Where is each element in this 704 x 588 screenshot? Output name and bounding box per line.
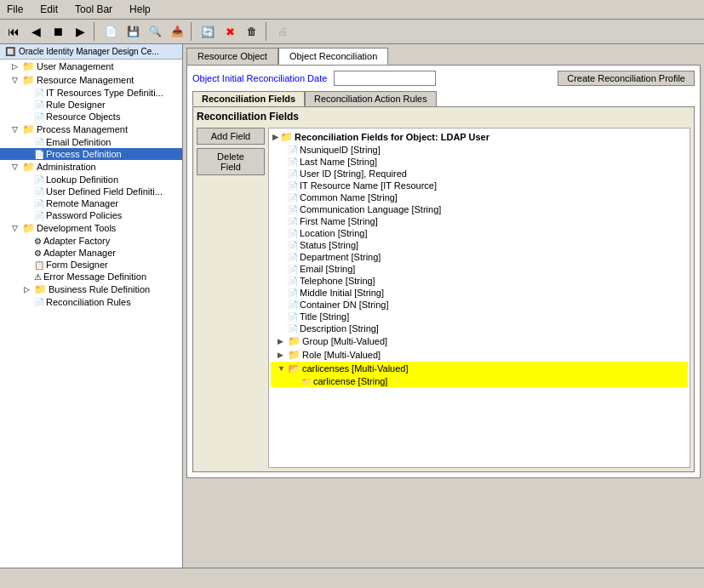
recon-date-input[interactable] [334,71,436,86]
sidebar-item-process-definition[interactable]: 📄Process Definition [0,148,182,160]
field-item[interactable]: 📄Last Name [String] [271,156,688,168]
sidebar-item-label: Error Message Definition [43,271,146,282]
recon-fields-layout: Add Field Delete Field ▶ 📁 Reconciliatio… [197,128,690,468]
sidebar-item-lookup-definition[interactable]: 📄Lookup Definition [0,174,182,186]
sidebar-item-user-management[interactable]: ▷📁User Management [0,60,182,73]
sidebar-item-adapter-manager[interactable]: ⚙Adapter Manager [0,247,182,259]
add-field-btn[interactable]: Add Field [197,128,265,145]
import-btn[interactable]: 📥 [167,22,187,41]
folder-icon: 📁 [22,60,35,72]
sidebar-item-reconciliation-rules[interactable]: 📄Reconciliation Rules [0,296,182,308]
doc-icon: 📄 [34,298,44,307]
menu-file[interactable]: File [3,2,26,17]
sidebar-item-business-rule-definition[interactable]: ▷📁Business Rule Definition [0,283,182,296]
content-area: Resource Object Object Reconciliation Ob… [183,44,704,568]
field-item[interactable]: ▼📂carlicenses [Multi-Valued] [271,362,688,375]
delete-field-btn[interactable]: Delete Field [197,148,265,175]
stop-btn[interactable]: ⏹ [48,22,68,41]
sidebar-item-rule-designer[interactable]: 📄Rule Designer [0,99,182,111]
sidebar-item-adapter-factory[interactable]: ⚙Adapter Factory [0,235,182,247]
find-btn[interactable]: 🔍 [145,22,165,41]
field-item[interactable]: 📄Email [String] [271,263,688,275]
field-label: Last Name [String] [300,157,377,167]
field-item[interactable]: 📄Communication Language [String] [271,203,688,215]
field-label: Email [String] [300,264,355,274]
sidebar-item-process-management[interactable]: ▽📁Process Management [0,123,182,136]
field-item[interactable]: 📄Middle Initial [String] [271,287,688,299]
refresh-btn[interactable]: 🔄 [197,22,218,41]
expand-icon: ▽ [12,76,20,84]
field-folder-icon: 📁 [288,335,300,347]
recon-fields-title: Reconciliation Fields [197,111,690,123]
field-folder-icon: 📄 [288,181,298,191]
create-profile-btn[interactable]: Create Reconciliation Profile [558,71,695,86]
sidebar-item-resource-objects[interactable]: 📄Resource Objects [0,111,182,123]
sidebar-item-error-message-definition[interactable]: ⚠Error Message Definition [0,271,182,283]
field-label: User ID [String], Required [300,168,407,179]
tab-reconciliation-fields[interactable]: Reconciliation Fields [192,91,305,106]
field-item[interactable]: 📄Title [String] [271,311,688,323]
expand-icon: ▷ [24,285,32,294]
status-bar [0,568,704,586]
root-expand-icon: ▶ [272,133,278,141]
field-item[interactable]: 📄First Name [String] [271,215,688,227]
next-btn[interactable]: ▶ [70,22,90,41]
field-folder-icon: 📂 [288,363,300,374]
field-label: carlicenses [Multi-Valued] [302,363,409,374]
tab-object-reconciliation[interactable]: Object Reconciliation [278,48,388,65]
sidebar-item-email-definition[interactable]: 📄Email Definition [0,136,182,148]
sidebar-item-it-resources-type-definiti---[interactable]: 📄IT Resources Type Definiti... [0,87,182,99]
doc-icon: 📄 [34,138,44,147]
field-item[interactable]: ▶📁Group [Multi-Valued] [271,334,688,348]
field-item[interactable]: 📄Status [String] [271,239,688,251]
field-folder-icon: 📄 [288,205,298,214]
sidebar-item-label: Lookup Definition [46,174,118,185]
field-item[interactable]: 📄User ID [String], Required [271,168,688,180]
new-btn[interactable]: 📄 [100,22,121,41]
field-item[interactable]: 📄NsuniquelD [String] [271,144,688,156]
doc-icon: 📄 [34,88,44,98]
recon-fields-panel: Reconciliation Fields Add Field Delete F… [192,106,695,472]
field-folder-icon: 📁 [301,377,312,386]
save-btn[interactable]: 💾 [123,22,143,41]
sidebar-item-remote-manager[interactable]: 📄Remote Manager [0,197,182,209]
sidebar-item-user-defined-field-definiti---[interactable]: 📄User Defined Field Definiti... [0,186,182,197]
field-item[interactable]: 📁carlicense [String] [271,375,688,387]
prev-btn[interactable]: ◀ [26,22,46,41]
field-item[interactable]: 📄Common Name [String] [271,191,688,203]
sidebar-item-label: Administration [37,162,96,172]
print-btn[interactable]: 🖨 [272,22,293,41]
menu-help[interactable]: Help [126,2,154,17]
delete-btn[interactable]: ✖ [220,22,240,41]
sidebar-item-label: Reconciliation Rules [46,297,131,307]
sidebar-item-resource-management[interactable]: ▽📁Resource Management [0,73,182,87]
field-folder-icon: 📄 [288,217,298,226]
sidebar-item-development-tools[interactable]: ▽📁Development Tools [0,221,182,235]
field-folder-icon: 📄 [288,300,298,310]
field-item[interactable]: ▶📁Role [Multi-Valued] [271,348,688,362]
trash-btn[interactable]: 🗑 [242,22,262,41]
tab-resource-object[interactable]: Resource Object [186,48,278,65]
folder-icon: 📁 [22,123,35,135]
sidebar-item-label: Email Definition [46,137,111,147]
menu-edit[interactable]: Edit [37,2,61,17]
recon-date-row: Object Initial Reconciliation Date Creat… [192,71,695,86]
main-tab-content: Object Initial Reconciliation Date Creat… [186,65,701,478]
field-item[interactable]: 📄IT Resource Name [IT Resource] [271,180,688,191]
toolbar: ⏮ ◀ ⏹ ▶ 📄 💾 🔍 📥 🔄 ✖ 🗑 🖨 [0,20,704,44]
field-item[interactable]: 📄Container DN [String] [271,299,688,311]
first-btn[interactable]: ⏮ [3,22,24,41]
field-item[interactable]: 📄Department [String] [271,251,688,263]
sidebar-item-form-designer[interactable]: 📋Form Designer [0,259,182,271]
sidebar-tree: ▷📁User Management▽📁Resource Management📄I… [0,60,182,308]
field-folder-icon: 📄 [288,146,298,155]
field-item[interactable]: 📄Location [String] [271,227,688,239]
tab-reconciliation-action-rules[interactable]: Reconciliation Action Rules [305,91,437,106]
field-item[interactable]: 📄Description [String] [271,323,688,334]
sidebar-item-label: Process Management [37,124,128,134]
menu-toolbar[interactable]: Tool Bar [72,2,116,17]
sidebar-item-administration[interactable]: ▽📁Administration [0,160,182,174]
recon-date-label: Object Initial Reconciliation Date [192,73,327,83]
sidebar-item-password-policies[interactable]: 📄Password Policies [0,209,182,221]
field-item[interactable]: 📄Telephone [String] [271,275,688,287]
